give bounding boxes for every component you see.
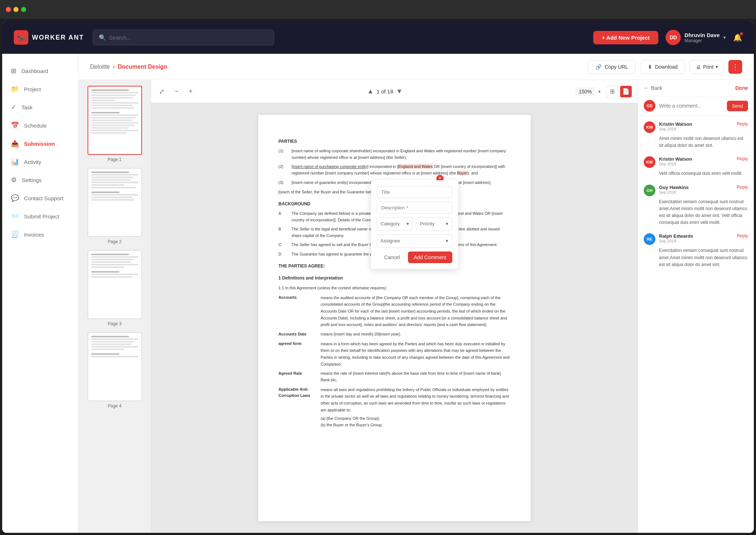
thumb-label-4: Page 4 xyxy=(108,403,121,409)
user-area[interactable]: DD Dhruvin Dave Manager ▾ xyxy=(666,30,726,45)
print-chevron-icon: ▾ xyxy=(716,64,718,69)
close-button[interactable] xyxy=(6,7,11,12)
sidebar-item-task[interactable]: ✓ Task xyxy=(2,99,78,116)
zoom-in-button[interactable]: + xyxy=(187,85,195,97)
breadcrumb-parent[interactable]: Deloitte xyxy=(90,64,110,70)
app-wrapper: 🐜 WORKER ANT 🔍 + Add New Project DD Dhru… xyxy=(2,21,754,533)
breadcrumb-current: Document Design xyxy=(118,64,167,70)
copy-url-button[interactable]: 🔗 Copy URL xyxy=(588,60,636,74)
applicable-corruption-text: means all laws and regulations prohibiti… xyxy=(321,386,510,414)
comment-author: Guy Hawkins xyxy=(659,185,733,190)
comment-meta: Ralph Edwards Sep 2018 xyxy=(659,233,733,243)
comment-text-2: Velit officia consequat duis enim velit … xyxy=(644,170,748,177)
comment-date: Sep 2018 xyxy=(659,190,733,194)
comment-header: GH Guy Hawkins Sep 2018 Reply xyxy=(644,185,748,196)
search-icon: 🔍 xyxy=(99,34,106,41)
sidebar-item-label: Project xyxy=(24,86,41,92)
back-button[interactable]: ← Back xyxy=(644,85,662,91)
annotation-cancel-button[interactable]: Cancel xyxy=(379,252,405,263)
project-icon: 📁 xyxy=(11,85,19,93)
sidebar-item-dashboard[interactable]: ⊞ Dashboard xyxy=(2,63,78,79)
search-bar[interactable]: 🔍 xyxy=(93,29,274,45)
applicable-corruption-entry: Applicable Anti-Corruption Laws means al… xyxy=(279,386,510,429)
logo-icon: 🐜 xyxy=(14,30,28,45)
comment-author: Kristin Watson xyxy=(659,121,733,127)
notification-button[interactable]: 🔔 xyxy=(733,33,742,42)
sidebar-item-project[interactable]: 📁 Project xyxy=(2,81,78,97)
sidebar-item-schedule[interactable]: 📅 Schedule xyxy=(2,117,78,134)
category-select[interactable]: Category ▾ xyxy=(377,217,413,231)
comment-item: KW Kristin Watson Sep 2018 Reply Amet mi… xyxy=(644,121,748,149)
sidebar-item-contact-support[interactable]: 💬 Contact Support xyxy=(2,190,78,206)
search-input[interactable] xyxy=(109,35,268,41)
add-project-button[interactable]: + Add New Project xyxy=(593,31,659,44)
invoices-icon: 🧾 xyxy=(11,230,19,238)
assignee-chevron-icon: ▾ xyxy=(446,237,448,245)
document-view-button[interactable]: 📄 xyxy=(620,86,632,97)
comment-header: KW Kristin Watson Sep 2018 Reply xyxy=(644,121,748,133)
reply-button-3[interactable]: Reply xyxy=(737,185,748,190)
sidebar-item-invoices[interactable]: 🧾 Invoices xyxy=(2,226,78,243)
annotation-title-input[interactable] xyxy=(377,186,452,198)
sub-a: (a) [the Company OR the Group]; xyxy=(321,415,510,422)
annotation-submit-button[interactable]: Add Comment xyxy=(408,252,452,263)
thumbnail-4[interactable]: Page 4 xyxy=(84,332,145,409)
sidebar-item-submit-project[interactable]: 📨 Submit Project xyxy=(2,208,78,225)
zoom-value[interactable]: 150% xyxy=(575,87,595,96)
breadcrumb-bar: Deloitte › Document Design 🔗 Copy URL ⬇ … xyxy=(78,54,754,80)
accounts-entry: Accounts means the audited accounts of [… xyxy=(279,294,510,328)
done-button[interactable]: Done xyxy=(735,85,748,91)
link-icon: 🔗 xyxy=(595,64,602,70)
more-options-button[interactable]: ⋮ xyxy=(728,60,742,74)
download-icon: ⬇ xyxy=(648,64,652,70)
reply-button-2[interactable]: Reply xyxy=(737,156,748,161)
sidebar-item-settings[interactable]: ⚙ Settings xyxy=(2,172,78,188)
reply-button-4[interactable]: Reply xyxy=(737,233,748,238)
thumbnail-2[interactable]: Page 2 xyxy=(84,168,145,244)
assignee-select[interactable]: Assignee ▾ xyxy=(377,234,452,248)
settings-icon: ⚙ xyxy=(11,176,17,184)
agreed-rate-entry: Agreed Rate means the rate of [insert in… xyxy=(279,370,510,383)
back-arrow-icon: ← xyxy=(644,85,649,91)
sidebar-item-label: Dashboard xyxy=(21,68,48,74)
sidebar-item-submission[interactable]: 📤 Submission xyxy=(2,135,78,152)
page-up-button[interactable]: ▲ xyxy=(367,88,374,95)
logo-area: 🐜 WORKER ANT xyxy=(14,30,84,45)
sidebar-item-activity[interactable]: 📊 Activity xyxy=(2,153,78,170)
reply-button-1[interactable]: Reply xyxy=(737,121,748,126)
comments-list: KW Kristin Watson Sep 2018 Reply Amet mi… xyxy=(638,116,754,533)
view-buttons: ⊞ 📄 xyxy=(606,86,632,97)
annotation-row: Category ▾ Priority ▾ xyxy=(377,217,452,231)
zoom-out-button[interactable]: − xyxy=(173,85,181,97)
schedule-icon: 📅 xyxy=(11,121,19,129)
send-button[interactable]: Send xyxy=(727,101,748,111)
print-button[interactable]: 🖨 Print ▾ xyxy=(690,60,724,74)
priority-select[interactable]: Priority ▾ xyxy=(416,217,452,231)
sidebar: ⊞ Dashboard 📁 Project ✓ Task 📅 Schedule … xyxy=(2,54,78,533)
thumb-label-1: Page 1 xyxy=(108,157,121,162)
sidebar-item-label: Invoices xyxy=(24,232,44,238)
comment-input[interactable] xyxy=(659,103,723,109)
thumbnail-1[interactable]: Page 1 xyxy=(84,86,145,162)
comment-meta: Kristin Watson Sep 2018 xyxy=(659,156,733,166)
maximize-button[interactable] xyxy=(21,7,26,12)
comment-date: Sep 2018 xyxy=(659,127,733,131)
annotation-description-input[interactable] xyxy=(377,202,452,214)
expand-button[interactable]: ⤢ xyxy=(157,85,167,98)
minimize-button[interactable] xyxy=(13,7,19,12)
submit-icon: 📨 xyxy=(11,212,19,220)
page-down-button[interactable]: ▼ xyxy=(396,88,403,95)
grid-view-button[interactable]: ⊞ xyxy=(606,86,618,97)
category-chevron-icon: ▾ xyxy=(407,220,409,228)
s11-text: 1.1 In this Agreement (unless the contex… xyxy=(279,285,510,291)
thumbnail-3[interactable]: Page 3 xyxy=(84,250,145,326)
doc-content: ✕ ✕ PARTIES (1) [insert name of selling … xyxy=(151,103,638,533)
sub-b: (b) the Buyer or the Buyer's Group; xyxy=(321,422,510,429)
comment-text-4: Exercitation veniam consequat sunt nostr… xyxy=(644,247,748,268)
current-user-avatar: GD xyxy=(644,100,655,112)
comment-text-1: Amet minim mollit non deserunt ullamco e… xyxy=(644,135,748,149)
download-button[interactable]: ⬇ Download xyxy=(640,60,685,74)
sidebar-item-label: Submission xyxy=(24,141,55,147)
submission-icon: 📤 xyxy=(11,140,19,148)
thumb-label-3: Page 3 xyxy=(108,321,121,326)
